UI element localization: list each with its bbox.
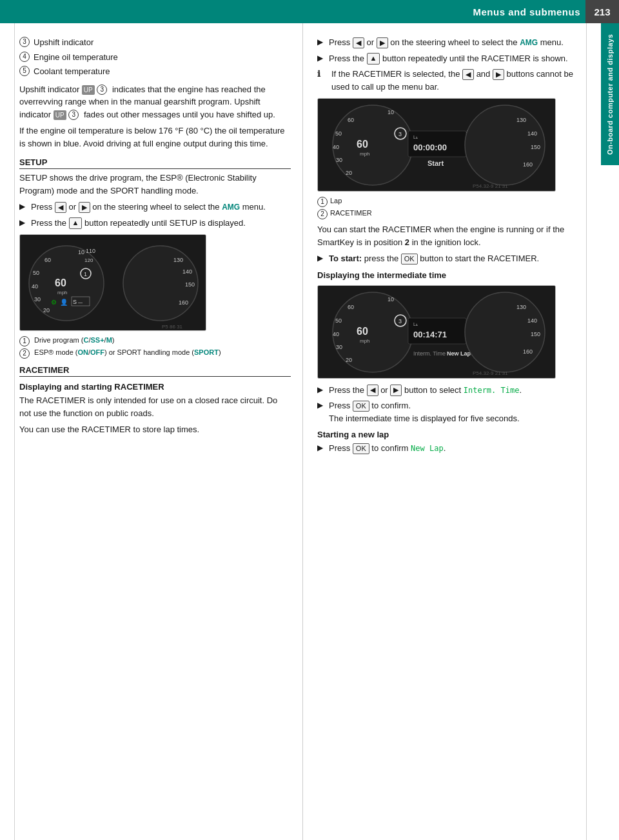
setup-bullet2: ▶ Press the ▲ button repeatedly until SE… [19, 217, 291, 230]
dashboard-image-racetimer1: 60 50 40 30 20 10 60 mph 3 L₁ 00:00:00 2 [317, 98, 556, 192]
svg-text:👤: 👤 [60, 298, 68, 306]
svg-text:L₁: L₁ [413, 322, 418, 326]
svg-text:140: 140 [527, 317, 537, 324]
content-wrapper: 3 Upshift indicator 4 Engine oil tempera… [0, 23, 601, 840]
svg-text:mph: mph [360, 338, 370, 344]
svg-point-28 [333, 105, 413, 185]
dashboard-image-setup: 60 50 40 30 20 10 110 120 60 mph 1 ⚙ 👤 S [19, 234, 206, 331]
start-para: You can start the RACETIMER when the eng… [317, 223, 589, 248]
svg-text:L₁: L₁ [413, 135, 418, 139]
bullet-arrow-icon2: ▶ [19, 217, 28, 230]
svg-text:P54.32-9         21 31: P54.32-9 21 31 [473, 370, 508, 376]
dashboard-svg-interm: 60 50 40 30 20 10 60 mph 3 L₁ 00:14:71 I… [318, 286, 556, 379]
svg-text:60: 60 [357, 139, 368, 150]
displaying-heading: Displaying and starting RACETIMER [19, 382, 291, 392]
svg-text:110: 110 [86, 248, 95, 254]
svg-text:160: 160 [179, 299, 188, 306]
racetimer-para2: You can use the RACETIMER to store lap t… [19, 423, 291, 436]
svg-text:00:14:71: 00:14:71 [413, 330, 447, 339]
setup-bullet1: ▶ Press ◀ or ▶ on the steering wheel to … [19, 201, 291, 214]
intermediate-heading: Displaying the intermediate time [317, 270, 589, 280]
svg-text:3: 3 [398, 131, 402, 137]
new-lap-bullet: ▶ Press OK to confirm New Lap. [317, 442, 589, 455]
interm-bullet-arrow1: ▶ [317, 384, 326, 397]
svg-text:20: 20 [346, 357, 352, 363]
svg-text:160: 160 [523, 348, 533, 355]
svg-text:S: S [73, 299, 77, 305]
svg-text:30: 30 [34, 296, 41, 303]
right-bullet-arrow1: ▶ [317, 36, 326, 49]
svg-text:P54.32-9         21 31: P54.32-9 21 31 [473, 183, 508, 189]
info-item: ℹ If the RACETIMER is selected, the ◀ an… [317, 68, 589, 93]
svg-text:Start: Start [427, 159, 444, 167]
svg-text:150: 150 [531, 331, 540, 337]
upshift-para2: If the engine oil temperature is below 1… [19, 125, 291, 150]
svg-point-52 [333, 292, 413, 372]
svg-text:mph: mph [360, 151, 370, 157]
svg-text:50: 50 [335, 130, 342, 137]
to-start-bullet: ▶ To start: press the OK button to start… [317, 252, 589, 265]
svg-text:20: 20 [346, 170, 352, 176]
new-lap-arrow: ▶ [317, 442, 326, 455]
svg-text:30: 30 [336, 157, 342, 163]
to-start-arrow: ▶ [317, 252, 326, 265]
svg-text:60: 60 [55, 277, 66, 288]
list-item-3: 3 Upshift indicator [19, 36, 291, 49]
setup-para: SETUP shows the drive program, the ESP® … [19, 172, 291, 197]
svg-text:150: 150 [531, 144, 540, 150]
svg-text:120: 120 [84, 257, 93, 263]
svg-text:130: 130 [516, 304, 526, 310]
right-bullet1: ▶ Press ◀ or ▶ on the steering wheel to … [317, 36, 589, 49]
dashboard-svg-setup: 60 50 40 30 20 10 110 120 60 mph 1 ⚙ 👤 S [20, 235, 206, 331]
caption1: 1 Drive program (C/SS+/M) [19, 336, 291, 346]
svg-text:1: 1 [84, 271, 87, 277]
right-column: ▶ Press ◀ or ▶ on the steering wheel to … [303, 23, 601, 840]
left-column: 3 Upshift indicator 4 Engine oil tempera… [0, 23, 303, 840]
caption-racetimer: 2 RACETIMER [317, 209, 589, 219]
new-lap-heading: Starting a new lap [317, 430, 589, 439]
svg-text:40: 40 [333, 331, 339, 337]
interm-bullet1: ▶ Press the ◀ or ▶ button to select Inte… [317, 384, 589, 397]
interm-bullet-arrow2: ▶ [317, 399, 326, 425]
svg-text:40: 40 [32, 283, 38, 290]
svg-text:140: 140 [182, 268, 192, 275]
upshift-para1: Upshift indicator UP 3 indicates that th… [19, 83, 291, 121]
svg-text:130: 130 [516, 117, 526, 123]
svg-text:10: 10 [388, 109, 394, 115]
side-tab-label: On-board computer and displays [601, 23, 619, 165]
svg-text:150: 150 [185, 281, 195, 288]
caption-lap: 1 Lap [317, 197, 589, 207]
page-number: 213 [585, 0, 619, 23]
svg-text:New Lap: New Lap [447, 350, 471, 357]
svg-text:10: 10 [78, 249, 84, 255]
svg-text:50: 50 [335, 317, 342, 324]
setup-heading: SETUP [19, 157, 291, 169]
svg-text:P5          86 31: P5 86 31 [162, 324, 183, 330]
svg-text:50: 50 [33, 270, 39, 276]
svg-text:140: 140 [527, 130, 537, 137]
bullet-arrow-icon: ▶ [19, 201, 28, 214]
svg-text:60: 60 [348, 117, 354, 123]
list-item-5: 5 Coolant temperature [19, 65, 291, 78]
svg-text:60: 60 [357, 326, 368, 337]
svg-text:30: 30 [336, 344, 342, 350]
svg-text:mph: mph [57, 290, 68, 295]
list-item-4: 4 Engine oil temperature [19, 51, 291, 64]
svg-text:160: 160 [523, 161, 533, 168]
svg-text:60: 60 [348, 304, 354, 310]
racetimer-heading: RACETIMER [19, 365, 291, 377]
svg-text:3: 3 [398, 318, 402, 325]
dashboard-svg-racetimer1: 60 50 40 30 20 10 60 mph 3 L₁ 00:00:00 2 [318, 99, 556, 192]
svg-text:—: — [78, 300, 83, 305]
right-bullet-arrow2: ▶ [317, 52, 326, 65]
svg-text:20: 20 [43, 307, 50, 314]
svg-text:130: 130 [173, 257, 183, 263]
svg-text:40: 40 [333, 144, 339, 150]
svg-text:00:00:00: 00:00:00 [413, 143, 447, 152]
svg-text:10: 10 [388, 296, 394, 303]
header-bar: Menus and submenus [0, 0, 619, 23]
racetimer-para1: The RACETIMER is only intended for use o… [19, 394, 291, 419]
svg-text:60: 60 [44, 257, 51, 263]
svg-text:⚙: ⚙ [51, 299, 57, 306]
interm-bullet2: ▶ Press OK to confirm. The intermediate … [317, 399, 589, 425]
